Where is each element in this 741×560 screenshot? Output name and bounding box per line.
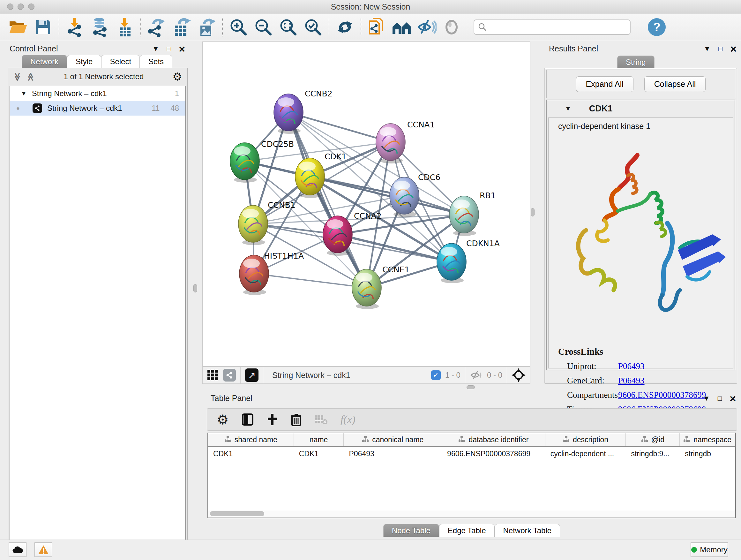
tab-node-table[interactable]: Node Table	[383, 524, 439, 537]
network-row[interactable]: ● String Network – cdk1 11 48	[10, 101, 185, 116]
table-cell[interactable]: 9606.ENSP00000378699	[442, 447, 545, 461]
table-settings-gear-icon[interactable]: ⚙	[217, 412, 229, 428]
panel-close-icon[interactable]: ×	[179, 45, 185, 52]
panel-float-icon[interactable]: □	[718, 45, 723, 53]
add-column-icon[interactable]	[266, 413, 278, 426]
column-header-description[interactable]: description	[545, 433, 626, 446]
left-splitter-handle[interactable]	[193, 284, 197, 293]
collapse-all-networks-icon[interactable]: ≫	[25, 72, 36, 81]
results-panel-title: Results Panel	[549, 44, 598, 53]
main-toolbar: ?	[0, 14, 741, 40]
tab-network-table[interactable]: Network Table	[495, 524, 560, 537]
network-label: String Network – cdk1	[47, 104, 152, 113]
collapse-all-button[interactable]: Collapse All	[644, 76, 706, 92]
gene-section-header[interactable]: ▼ CDK1	[547, 100, 735, 117]
network-options-gear-icon[interactable]: ⚙	[173, 70, 182, 83]
table-cell[interactable]: CDK1	[208, 447, 294, 461]
network-node-CCNE1[interactable]	[352, 269, 381, 309]
tab-string[interactable]: String	[617, 56, 655, 68]
table-cell[interactable]: stringdb	[680, 447, 735, 461]
help-button[interactable]: ?	[648, 18, 666, 36]
panel-float-icon[interactable]: □	[718, 394, 722, 402]
network-node-RB1[interactable]	[449, 196, 479, 236]
export-image-button[interactable]	[194, 17, 219, 38]
close-window-button[interactable]	[7, 3, 13, 10]
table-cell[interactable]: cyclin-dependent ...	[545, 447, 626, 461]
column-header-shared-name[interactable]: shared name	[208, 433, 294, 446]
panel-close-icon[interactable]: ×	[730, 45, 737, 52]
column-header-database-identifier[interactable]: database identifier	[442, 433, 545, 446]
export-table-button[interactable]	[169, 17, 194, 38]
export-network-button[interactable]	[144, 17, 169, 38]
crosslink-link[interactable]: P06493	[618, 361, 645, 371]
tab-edge-table[interactable]: Edge Table	[439, 524, 495, 537]
clone-network-button[interactable]	[364, 17, 389, 38]
expand-all-button[interactable]: Expand All	[576, 76, 633, 92]
network-node-CCNB1[interactable]	[239, 205, 268, 245]
show-hide-button[interactable]	[414, 17, 439, 38]
scrollbar-thumb[interactable]	[210, 511, 264, 516]
right-splitter-handle[interactable]	[531, 208, 535, 216]
panel-float-icon[interactable]: □	[167, 45, 171, 53]
panel-menu-icon[interactable]: ▼	[704, 45, 711, 53]
expand-all-networks-icon[interactable]: ≫	[12, 72, 22, 81]
network-node-CDC25B[interactable]	[230, 143, 259, 183]
tab-sets[interactable]: Sets	[140, 55, 172, 68]
zoom-in-button[interactable]	[226, 17, 251, 38]
node-label-CCNA2: CCNA2	[354, 211, 382, 221]
column-header--id[interactable]: @id	[626, 433, 680, 446]
network-node-CDKN1A[interactable]	[437, 243, 466, 283]
network-node-CCNB2[interactable]	[274, 94, 303, 134]
network-view-canvas[interactable]: CCNB2CCNA1CDC25BCDK1CDC6RB1CCNB1CCNA2CDK…	[202, 42, 530, 367]
column-header-namespace[interactable]: namespace	[680, 433, 735, 446]
delete-column-trash-icon[interactable]	[291, 413, 301, 426]
gene-disclosure-icon[interactable]: ▼	[565, 105, 571, 112]
open-session-button[interactable]	[6, 17, 30, 38]
search-input[interactable]	[489, 23, 623, 32]
network-edge-HIST1H1A-CCNE1[interactable]	[254, 273, 367, 288]
tab-network[interactable]: Network	[22, 55, 67, 68]
open-in-window-icon[interactable]: ↗	[245, 368, 259, 382]
first-neighbors-button[interactable]	[389, 17, 414, 38]
crosslink-link[interactable]: P06493	[618, 376, 645, 386]
save-session-button[interactable]	[30, 17, 56, 38]
network-node-HIST1H1A[interactable]	[239, 255, 269, 295]
panel-menu-icon[interactable]: ▼	[703, 394, 710, 402]
network-node-CCNA1[interactable]	[376, 124, 405, 164]
table-cell[interactable]: CDK1	[294, 447, 344, 461]
zoom-out-button[interactable]	[251, 17, 276, 38]
zoom-window-button[interactable]	[28, 3, 35, 10]
memory-button[interactable]: Memory	[690, 543, 728, 557]
table-cell[interactable]: P06493	[344, 447, 442, 461]
grey-eye-button[interactable]	[439, 17, 464, 38]
import-table-file-button[interactable]	[112, 17, 137, 38]
minimize-window-button[interactable]	[17, 3, 24, 10]
selected-items-checkbox-icon[interactable]: ✓	[431, 370, 441, 380]
zoom-fit-button[interactable]	[276, 17, 300, 38]
table-cell[interactable]: stringdb:9...	[626, 447, 680, 461]
column-header-name[interactable]: name	[294, 433, 344, 446]
tab-select[interactable]: Select	[101, 55, 140, 68]
panel-close-icon[interactable]: ×	[730, 395, 736, 402]
tab-style[interactable]: Style	[67, 55, 101, 68]
show-columns-icon[interactable]	[242, 413, 254, 426]
network-edge-CCNB2-CCNA1[interactable]	[288, 112, 391, 142]
panel-menu-icon[interactable]: ▼	[152, 45, 159, 53]
refresh-view-button[interactable]	[333, 17, 357, 38]
birdseye-grid-icon[interactable]	[207, 369, 219, 381]
network-edge-CCNB2-CCNE1[interactable]	[288, 112, 367, 288]
bottom-splitter-handle[interactable]	[467, 385, 475, 389]
network-collection-row[interactable]: ▼ String Network – cdk1 1	[10, 86, 185, 101]
fit-content-crosshair-icon[interactable]	[512, 368, 526, 382]
export-table-icon	[172, 17, 192, 37]
collection-disclosure-icon[interactable]: ▼	[21, 90, 27, 97]
table-horizontal-scrollbar[interactable]	[207, 510, 736, 518]
string-style-icon[interactable]	[223, 369, 236, 381]
zoom-selected-button[interactable]	[300, 17, 326, 38]
warnings-button[interactable]	[35, 543, 52, 557]
table-row[interactable]: CDK1CDK1P064939606.ENSP00000378699cyclin…	[208, 447, 735, 461]
import-network-file-button[interactable]	[63, 17, 87, 38]
column-header-canonical-name[interactable]: canonical name	[344, 433, 442, 446]
cloud-status-button[interactable]	[9, 543, 26, 557]
import-network-database-button[interactable]	[87, 17, 112, 38]
